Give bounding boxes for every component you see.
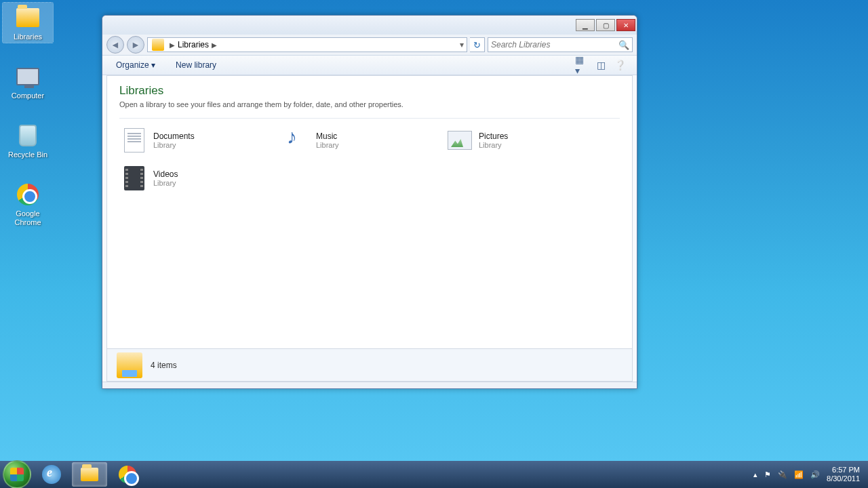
desktop-icon-label: Libraries: [14, 33, 42, 41]
library-name: Videos: [153, 169, 178, 179]
chevron-down-icon[interactable]: ▾: [460, 40, 464, 49]
library-name: Documents: [153, 131, 195, 141]
explorer-window: ▁ ▢ ✕ ◄ ► ▶ Libraries ▶ ▾ ↻ 🔍 Organize ▾…: [102, 15, 637, 389]
chevron-down-icon: ▾: [151, 60, 155, 70]
command-bar: Organize ▾ New library ▦ ▾ ◫ ❔: [102, 55, 637, 75]
volume-icon[interactable]: 🔊: [810, 470, 820, 479]
search-icon[interactable]: 🔍: [618, 40, 629, 50]
clock-time: 6:57 PM: [827, 466, 860, 474]
breadcrumb-segment[interactable]: Libraries: [178, 40, 209, 49]
titlebar[interactable]: ▁ ▢ ✕: [102, 16, 637, 35]
clock[interactable]: 6:57 PM 8/30/2011: [827, 466, 860, 483]
organize-button[interactable]: Organize ▾: [112, 58, 159, 72]
library-name: Music: [316, 131, 339, 141]
system-tray: ▴ ⚑ 🔌 📶 🔊 6:57 PM 8/30/2011: [753, 466, 865, 483]
recyclebin-desktop-icon[interactable]: Recycle Bin: [3, 121, 53, 161]
library-item-pictures[interactable]: Pictures Library: [445, 125, 594, 155]
breadcrumb[interactable]: ▶ Libraries ▶ ▾: [147, 37, 467, 52]
search-input[interactable]: [491, 40, 618, 49]
refresh-button[interactable]: ↻: [470, 37, 485, 52]
chrome-icon: [14, 181, 41, 208]
chevron-right-icon[interactable]: ▶: [212, 41, 217, 49]
taskbar: ▴ ⚑ 🔌 📶 🔊 6:57 PM 8/30/2011: [0, 461, 868, 488]
clock-date: 8/30/2011: [827, 474, 860, 483]
search-box[interactable]: 🔍: [488, 37, 633, 52]
library-name: Pictures: [479, 131, 508, 141]
library-item-music[interactable]: Music Library: [282, 125, 431, 155]
libraries-desktop-icon[interactable]: Libraries: [3, 3, 53, 43]
library-type: Library: [316, 141, 339, 149]
address-bar: ◄ ► ▶ Libraries ▶ ▾ ↻ 🔍: [102, 35, 637, 55]
explorer-taskbar-icon[interactable]: [72, 462, 107, 487]
desktop: Libraries Computer Recycle Bin Google Ch…: [3, 3, 53, 228]
library-list: Documents Library Music Library Pictures…: [119, 125, 620, 193]
forward-button[interactable]: ►: [127, 36, 144, 54]
preview-pane-button[interactable]: ◫: [593, 58, 608, 73]
chevron-right-icon[interactable]: ▶: [170, 41, 175, 49]
network-icon[interactable]: 📶: [794, 470, 804, 479]
page-subtitle: Open a library to see your files and arr…: [119, 100, 620, 108]
resize-grip[interactable]: [102, 382, 637, 388]
page-title: Libraries: [119, 84, 620, 98]
library-type: Library: [153, 179, 178, 187]
content-pane: Libraries Open a library to see your fil…: [106, 75, 633, 349]
library-type: Library: [153, 141, 195, 149]
view-button[interactable]: ▦ ▾: [574, 58, 589, 73]
show-hidden-icon[interactable]: ▴: [753, 470, 757, 479]
desktop-icon-label: Google Chrome: [4, 209, 52, 227]
documents-icon: [121, 127, 148, 154]
videos-icon: [121, 165, 148, 192]
desktop-icon-label: Computer: [12, 92, 44, 100]
libraries-icon: [14, 4, 41, 31]
pictures-icon: [446, 127, 473, 154]
ie-taskbar-icon[interactable]: [34, 462, 69, 487]
desktop-icon-label: Recycle Bin: [8, 150, 47, 159]
action-center-icon[interactable]: ⚑: [764, 470, 771, 479]
close-button[interactable]: ✕: [616, 19, 635, 31]
library-item-documents[interactable]: Documents Library: [119, 125, 269, 155]
back-button[interactable]: ◄: [106, 36, 124, 54]
start-button[interactable]: [3, 460, 31, 488]
power-icon[interactable]: 🔌: [778, 470, 787, 479]
music-icon: [283, 127, 311, 154]
details-pane: 4 items: [106, 349, 633, 382]
libraries-icon: [117, 352, 142, 378]
library-type: Library: [479, 141, 508, 149]
chrome-taskbar-icon[interactable]: [110, 462, 145, 487]
library-item-videos[interactable]: Videos Library: [119, 163, 269, 193]
computer-desktop-icon[interactable]: Computer: [3, 62, 53, 102]
status-text: 4 items: [151, 361, 177, 370]
computer-icon: [14, 63, 41, 90]
minimize-button[interactable]: ▁: [576, 19, 595, 31]
recyclebin-icon: [14, 122, 41, 149]
new-library-button[interactable]: New library: [172, 58, 220, 72]
maximize-button[interactable]: ▢: [596, 19, 615, 31]
chrome-desktop-icon[interactable]: Google Chrome: [3, 180, 53, 228]
help-button[interactable]: ❔: [612, 58, 627, 73]
location-icon: [152, 39, 164, 51]
